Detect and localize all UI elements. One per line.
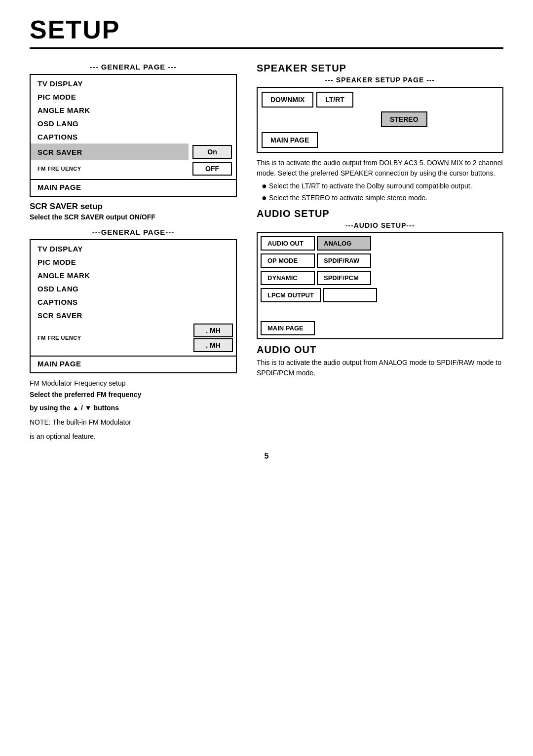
page-number: 5 [30,452,503,461]
as-analog[interactable]: ANALOG [317,236,371,251]
general-page1-menu: TV DISPLAY PIC MODE ANGLE MARK OSD LANG … [30,74,237,197]
scr-saver-desc: Select the SCR SAVER output ON/OFF [30,213,237,221]
audio-spacer [259,304,501,319]
sp-downmix[interactable]: DOWNMIX [262,92,313,108]
fm-note1: NOTE: The built-in FM Modulator [30,417,237,428]
as-audio-out[interactable]: AUDIO OUT [261,236,315,251]
fm-note2: is an optional feature. [30,432,237,442]
menu-main-page-2[interactable]: MAIN PAGE [31,356,236,370]
right-column: SPEAKER SETUP --- SPEAKER SETUP PAGE ---… [257,63,503,442]
fm-freq-value2: . MH [193,338,233,352]
sp-ltrt[interactable]: LT/RT [316,92,353,108]
as-lpcm-empty [323,288,377,302]
menu-scr-saver-1[interactable]: SCR SAVER [31,144,189,160]
fm-setup-desc1: Select the preferred FM frequency [30,390,237,400]
as-op-mode[interactable]: OP MODE [261,253,315,268]
menu-fm-freq-row-2: FM FRE UENCY . MH . MH [31,322,236,354]
audio-row3: DYNAMIC SPDIF/PCM [260,270,500,286]
audio-out-body: This is to activate the audio output fro… [257,358,503,378]
audio-setup-box: AUDIO OUT ANALOG OP MODE SPDIF/RAW DYNAM… [257,232,503,339]
page-title: SETUP [30,15,503,44]
menu-pic-mode-1[interactable]: PIC MODE [31,90,236,104]
menu-captions-2[interactable]: CAPTIONS [31,295,236,309]
fm-freq-values: . MH . MH [190,322,236,354]
speaker-setup-title: SPEAKER SETUP [257,63,503,74]
menu-pic-mode-2[interactable]: PIC MODE [31,255,236,269]
menu-angle-mark-2[interactable]: ANGLE MARK [31,269,236,282]
general-page1-header: --- GENERAL PAGE --- [30,63,237,71]
audio-main-page-row: MAIN PAGE [260,320,500,336]
menu-main-page-1[interactable]: MAIN PAGE [31,179,236,194]
speaker-body-text: This is to activate the audio output fro… [257,158,503,179]
audio-setup-title: AUDIO SETUP [257,208,503,219]
general-page2-header: ---GENERAL PAGE--- [30,228,237,236]
fm-freq-value-off: OFF [192,162,232,176]
menu-tv-display-1[interactable]: TV DISPLAY [31,77,236,90]
scr-saver-title: SCR SAVER setup [30,202,237,212]
title-divider [30,47,503,49]
menu-scr-saver-2[interactable]: SCR SAVER [31,309,236,322]
menu-angle-mark-1[interactable]: ANGLE MARK [31,104,236,117]
as-spdif-raw[interactable]: SPDIF/RAW [317,253,371,268]
as-main-page[interactable]: MAIN PAGE [261,321,315,335]
speaker-setup-box: DOWNMIX LT/RT STEREO MAIN PAGE [257,87,503,153]
speaker-bullet1: ● Select the LT/RT to activate the Dolby… [262,181,503,191]
speaker-row2: STEREO [261,110,499,128]
as-spdif-pcm[interactable]: SPDIF/PCM [317,271,371,285]
menu-fm-freq-row-1: FM FRE UENCY OFF [31,160,236,177]
as-dynamic[interactable]: DYNAMIC [261,271,315,285]
speaker-bullet2: ● Select the STEREO to activate simple s… [262,193,503,203]
speaker-setup-header: --- SPEAKER SETUP PAGE --- [257,76,503,84]
audio-row4: LPCM OUTPUT [260,287,500,303]
audio-setup-header: ---AUDIO SETUP--- [257,221,503,229]
fm-freq-value1: . MH [193,324,233,337]
menu-osd-lang-1[interactable]: OSD LANG [31,117,236,130]
menu-fm-freq-2[interactable]: FM FRE UENCY [31,322,190,354]
left-column: --- GENERAL PAGE --- TV DISPLAY PIC MODE… [30,63,237,442]
audio-out-title: AUDIO OUT [257,344,503,356]
fm-setup-title: FM Modulator Frequency setup [30,378,237,389]
menu-fm-freq-1[interactable]: FM FRE UENCY [31,160,189,177]
sp-main-page[interactable]: MAIN PAGE [262,132,318,148]
audio-row1: AUDIO OUT ANALOG [260,235,500,252]
speaker-row1: DOWNMIX LT/RT [261,91,499,108]
scr-saver-value-on: On [192,145,232,159]
menu-captions-1[interactable]: CAPTIONS [31,130,236,144]
menu-osd-lang-2[interactable]: OSD LANG [31,282,236,295]
general-page2-menu: TV DISPLAY PIC MODE ANGLE MARK OSD LANG … [30,239,237,373]
sp-stereo[interactable]: STEREO [381,111,427,127]
audio-row2: OP MODE SPDIF/RAW [260,252,500,269]
speaker-bullets: ● Select the LT/RT to activate the Dolby… [262,181,503,203]
menu-scr-saver-row-1: SCR SAVER On [31,144,236,160]
as-lpcm-output[interactable]: LPCM OUTPUT [261,288,321,302]
fm-setup-desc2: by using the ▲ / ▼ buttons [30,403,237,413]
menu-tv-display-2[interactable]: TV DISPLAY [31,242,236,255]
